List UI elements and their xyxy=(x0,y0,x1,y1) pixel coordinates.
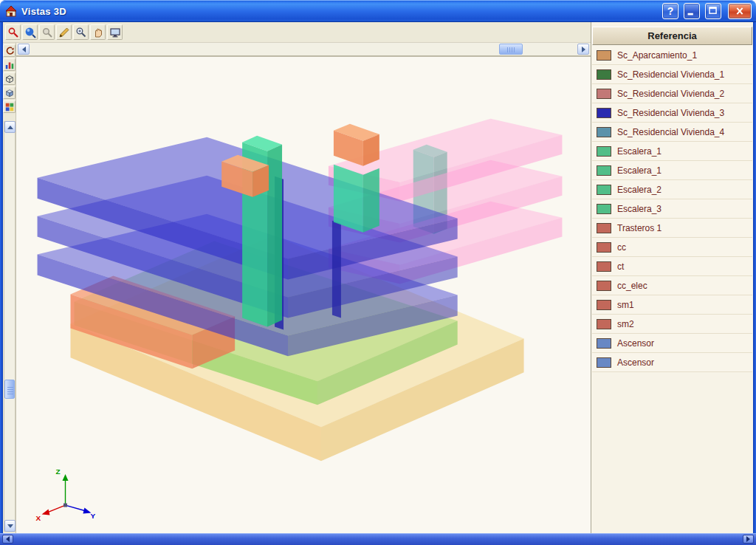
axis-y-label: Y xyxy=(90,512,95,520)
color-render-icon xyxy=(4,102,15,112)
legend-item-label: Trasteros 1 xyxy=(617,223,662,233)
bottom-scroll-right-button[interactable] xyxy=(743,535,754,544)
legend-color-swatch xyxy=(597,204,611,214)
legend-row[interactable]: Trasteros 1 xyxy=(592,219,752,238)
axis-x-label: X xyxy=(36,514,41,522)
legend-row[interactable]: ct xyxy=(592,257,752,276)
scroll-down-button[interactable] xyxy=(4,520,16,532)
help-button[interactable]: ? xyxy=(662,3,678,19)
rotate-view-icon xyxy=(4,46,15,56)
legend-color-swatch xyxy=(597,357,611,368)
axis-indicator: Z Y X xyxy=(36,467,96,522)
legend-color-swatch xyxy=(597,185,611,195)
stair-column-center xyxy=(334,165,379,233)
arrow-left-icon xyxy=(22,47,26,52)
arrow-right-icon xyxy=(582,47,585,52)
legend-color-swatch xyxy=(597,89,611,99)
vertical-scroll-thumb[interactable] xyxy=(4,380,15,399)
legend-list: Sc_Aparcamiento_1 Sc_Residencial Viviend… xyxy=(592,46,752,533)
reference-panel: Referencia Sc_Aparcamiento_1 Sc_Residenc… xyxy=(591,22,753,533)
legend-row[interactable]: Escalera_2 xyxy=(592,180,752,199)
legend-color-swatch xyxy=(597,108,611,118)
snapshot-button[interactable] xyxy=(107,24,123,40)
close-button[interactable] xyxy=(728,3,752,19)
legend-row[interactable]: Sc_Residencial Vivienda_4 xyxy=(592,123,752,142)
snapshot-monitor-icon xyxy=(109,27,121,38)
scroll-up-button[interactable] xyxy=(4,121,16,133)
orange-cap-2 xyxy=(334,124,379,166)
zoom-button[interactable] xyxy=(73,24,89,40)
measure-button[interactable] xyxy=(56,24,72,40)
arrow-up-icon xyxy=(7,126,13,129)
legend-item-label: Escalera_1 xyxy=(617,165,662,176)
legend-color-swatch xyxy=(597,69,611,80)
zoom-icon xyxy=(75,27,87,38)
legend-color-swatch xyxy=(597,319,611,329)
zoom-window-icon xyxy=(24,27,36,38)
solid-cube-button[interactable] xyxy=(3,86,16,99)
legend-color-swatch xyxy=(597,50,611,61)
zoom-window-button[interactable] xyxy=(22,24,38,40)
legend-color-swatch xyxy=(597,300,611,310)
legend-item-label: Sc_Residencial Vivienda_3 xyxy=(617,108,724,118)
top-toolbar xyxy=(3,22,591,43)
scroll-right-button[interactable] xyxy=(577,44,589,55)
titlebar[interactable]: Vistas 3D ? xyxy=(0,0,756,22)
legend-item-label: ct xyxy=(617,261,624,272)
legend-item-label: sm1 xyxy=(617,300,634,310)
legend-item-label: Sc_Residencial Vivienda_4 xyxy=(617,127,724,137)
legend-color-swatch xyxy=(597,223,611,233)
zoom-all-button[interactable] xyxy=(5,24,21,40)
3d-model: Z Y X xyxy=(16,57,591,533)
rotate-view-button[interactable] xyxy=(3,44,16,57)
legend-row[interactable]: Sc_Aparcamiento_1 xyxy=(592,46,752,65)
legend-color-swatch xyxy=(597,338,611,349)
reference-panel-header: Referencia xyxy=(592,27,752,45)
horizontal-scroll-thumb[interactable] xyxy=(499,44,523,55)
scroll-left-button[interactable] xyxy=(18,44,30,55)
solid-cube-icon xyxy=(4,88,15,98)
axis-z-label: Z xyxy=(55,467,60,476)
maximize-button[interactable] xyxy=(705,3,721,19)
legend-row[interactable]: Escalera_1 xyxy=(592,161,752,180)
wireframe-cube-icon xyxy=(4,74,15,84)
bottom-scroll-left-button[interactable] xyxy=(2,535,13,544)
legend-row[interactable]: Sc_Residencial Vivienda_1 xyxy=(592,65,752,84)
maximize-icon xyxy=(706,4,721,18)
color-render-button[interactable] xyxy=(3,100,16,113)
bottom-scrollbar[interactable] xyxy=(0,533,756,545)
3d-viewport[interactable]: Z Y X xyxy=(16,56,591,533)
horizontal-scrollbar[interactable] xyxy=(16,43,591,56)
legend-row[interactable]: Ascensor xyxy=(592,353,752,372)
legend-color-swatch xyxy=(597,242,611,253)
legend-row[interactable]: cc_elec xyxy=(592,276,752,295)
legend-color-swatch xyxy=(597,127,611,137)
legend-color-swatch xyxy=(597,146,611,157)
legend-row[interactable]: sm1 xyxy=(592,295,752,315)
measure-pencil-icon xyxy=(58,27,70,38)
legend-item-label: Escalera_2 xyxy=(617,185,662,195)
legend-row[interactable]: Sc_Residencial Vivienda_2 xyxy=(592,84,752,103)
vertical-scrollbar[interactable] xyxy=(4,121,16,532)
legend-item-label: Ascensor xyxy=(617,338,654,349)
zoom-all-icon xyxy=(7,27,19,38)
left-toolbar xyxy=(3,43,16,533)
floor-bars-button[interactable] xyxy=(3,58,16,71)
legend-row[interactable]: Escalera_1 xyxy=(592,142,752,161)
legend-color-swatch xyxy=(597,165,611,176)
wireframe-cube-button[interactable] xyxy=(3,72,16,85)
legend-row[interactable]: cc xyxy=(592,238,752,257)
pan-button[interactable] xyxy=(90,24,106,40)
zoom-previous-button[interactable] xyxy=(39,24,55,40)
legend-row[interactable]: Sc_Residencial Vivienda_3 xyxy=(592,103,752,123)
minimize-button[interactable] xyxy=(684,3,700,19)
legend-item-label: cc xyxy=(617,242,626,253)
legend-row[interactable]: sm2 xyxy=(592,315,752,334)
legend-item-label: cc_elec xyxy=(617,281,647,291)
legend-item-label: Escalera_1 xyxy=(617,146,662,157)
arrow-right-icon xyxy=(746,536,750,542)
pan-hand-icon xyxy=(92,27,104,38)
vertical-scrollbar-track[interactable] xyxy=(4,121,16,532)
legend-row[interactable]: Ascensor xyxy=(592,334,752,353)
legend-row[interactable]: Escalera_3 xyxy=(592,199,752,219)
